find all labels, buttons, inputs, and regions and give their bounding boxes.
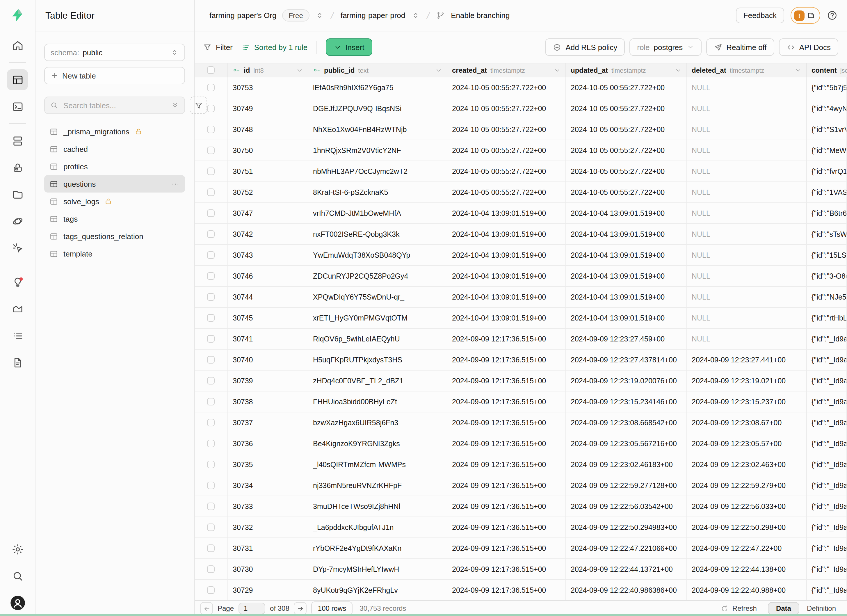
- row-select-cell[interactable]: [194, 287, 228, 307]
- cell-deleted_at[interactable]: NULL: [687, 329, 807, 349]
- search-button[interactable]: [7, 565, 28, 587]
- cell-content[interactable]: {"id":"fvrQ1bXoJ6XaAD08G: [807, 161, 847, 181]
- row-checkbox[interactable]: [207, 356, 215, 364]
- sidebar-table-tags[interactable]: tags: [44, 210, 185, 227]
- cell-deleted_at[interactable]: 2024-09-09 12:22:44.138+00: [687, 559, 807, 579]
- cell-created_at[interactable]: 2024-09-09 12:17:36.515+00: [447, 413, 566, 433]
- row-select-cell[interactable]: [194, 77, 228, 98]
- cell-id[interactable]: 30734: [228, 475, 308, 495]
- row-select-cell[interactable]: [194, 392, 228, 412]
- cell-created_at[interactable]: 2024-09-09 12:17:36.515+00: [447, 496, 566, 517]
- cell-id[interactable]: 30747: [228, 203, 308, 223]
- cell-id[interactable]: 30735: [228, 454, 308, 475]
- row-select-cell[interactable]: [194, 517, 228, 538]
- cell-created_at[interactable]: 2024-09-09 12:17:36.515+00: [447, 538, 566, 559]
- cell-public_id[interactable]: 8KraI-tSI-6-pSZcknaK5: [308, 182, 447, 202]
- cell-updated_at[interactable]: 2024-10-05 00:55:27.722+00: [566, 119, 687, 140]
- cell-content[interactable]: {"id":"3-O8cn_xPgs0cVxqKE: [807, 266, 847, 286]
- cell-updated_at[interactable]: 2024-10-04 13:09:01.519+00: [566, 224, 687, 244]
- cell-public_id[interactable]: H5uqFKpRUTPkjxdysT3HS: [308, 349, 447, 370]
- cell-content[interactable]: {"id":"_Id9aLyJpMHQLaiQC: [807, 517, 847, 538]
- chevron-down-icon[interactable]: [296, 66, 303, 74]
- cell-content[interactable]: {"id":"1VASb3phnXXkQPCpv: [807, 182, 847, 202]
- cell-content[interactable]: {"id":"sTsWaLCPsVA2WuK2: [807, 224, 847, 244]
- cell-id[interactable]: 30752: [228, 182, 308, 202]
- cell-updated_at[interactable]: 2024-09-09 12:23:15.234146+00: [566, 392, 687, 412]
- cell-id[interactable]: 30741: [228, 329, 308, 349]
- cell-created_at[interactable]: 2024-10-04 13:09:01.519+00: [447, 266, 566, 286]
- cell-created_at[interactable]: 2024-10-05 00:55:27.722+00: [447, 140, 566, 161]
- cell-id[interactable]: 30750: [228, 140, 308, 161]
- cell-public_id[interactable]: NhXEo1Xw04FnB4RzWTNjb: [308, 119, 447, 140]
- sidebar-item-authentication[interactable]: [7, 157, 28, 178]
- cell-content[interactable]: {"id":"B6tr6eEFLrOVgeUmH: [807, 203, 847, 223]
- cell-id[interactable]: 30742: [228, 224, 308, 244]
- cell-content[interactable]: {"id":"_Id9aLyJpMHQLaiQC: [807, 433, 847, 454]
- sidebar-table-_prisma_migrations[interactable]: _prisma_migrations: [44, 123, 185, 140]
- chevron-updown-icon[interactable]: [315, 11, 324, 20]
- cell-id[interactable]: 30743: [228, 245, 308, 265]
- row-checkbox[interactable]: [207, 105, 215, 112]
- cell-content[interactable]: {"id":"4wyNgK55lOfrpmYZc: [807, 98, 847, 119]
- cell-public_id[interactable]: zHDq4c0F0VBF_TL2_dBZ1: [308, 370, 447, 391]
- row-checkbox[interactable]: [207, 565, 215, 573]
- select-all-cell[interactable]: [194, 63, 228, 77]
- row-checkbox[interactable]: [207, 314, 215, 322]
- column-header-id[interactable]: idint8: [228, 63, 308, 77]
- cell-id[interactable]: 30749: [228, 98, 308, 119]
- cell-public_id[interactable]: xrETI_HyGY0mPMGVqtOTM: [308, 308, 447, 328]
- cell-public_id[interactable]: nj336mN5reuRVNZrKHFpF: [308, 475, 447, 495]
- row-checkbox[interactable]: [207, 126, 215, 133]
- cell-updated_at[interactable]: 2024-09-09 12:23:05.567216+00: [566, 433, 687, 454]
- cell-updated_at[interactable]: 2024-10-05 00:55:27.722+00: [566, 77, 687, 98]
- row-select-cell[interactable]: [194, 329, 228, 349]
- row-select-cell[interactable]: [194, 203, 228, 223]
- cell-public_id[interactable]: _l40sQIRTmMZfcm-MWMPs: [308, 454, 447, 475]
- row-checkbox[interactable]: [207, 230, 215, 238]
- cell-deleted_at[interactable]: 2024-09-09 12:23:02.463+00: [687, 454, 807, 475]
- role-select[interactable]: role postgres: [629, 38, 701, 56]
- more-options-icon[interactable]: [171, 180, 180, 188]
- cell-deleted_at[interactable]: 2024-09-09 12:22:50.298+00: [687, 517, 807, 538]
- enable-branching-button[interactable]: Enable branching: [451, 11, 510, 20]
- cell-deleted_at[interactable]: NULL: [687, 203, 807, 223]
- row-select-cell[interactable]: [194, 538, 228, 559]
- feedback-button[interactable]: Feedback: [736, 7, 784, 23]
- cell-content[interactable]: {"id":"S1vrVC5BrB59wqcM4: [807, 119, 847, 140]
- cell-public_id[interactable]: ZDCunRYJP2CQ5Z8Po2Gy4: [308, 266, 447, 286]
- cell-deleted_at[interactable]: 2024-09-09 12:23:05.57+00: [687, 433, 807, 454]
- cell-public_id[interactable]: bzwXazHgax6UIR58j6Fn3: [308, 413, 447, 433]
- column-header-public_id[interactable]: public_idtext: [308, 63, 447, 77]
- cell-updated_at[interactable]: 2024-09-09 12:22:47.221066+00: [566, 538, 687, 559]
- row-checkbox[interactable]: [207, 251, 215, 259]
- cell-created_at[interactable]: 2024-09-09 12:17:36.515+00: [447, 370, 566, 391]
- cell-content[interactable]: {"id":"_Id9aLyJpMHQLaiQC: [807, 580, 847, 600]
- row-checkbox[interactable]: [207, 293, 215, 301]
- cell-created_at[interactable]: 2024-10-05 00:55:27.722+00: [447, 182, 566, 202]
- row-select-cell[interactable]: [194, 119, 228, 140]
- search-tables-box[interactable]: [44, 97, 185, 114]
- cell-updated_at[interactable]: 2024-09-09 12:22:44.13721+00: [566, 559, 687, 579]
- row-select-cell[interactable]: [194, 266, 228, 286]
- row-checkbox[interactable]: [207, 147, 215, 154]
- schema-select[interactable]: schema: public: [44, 44, 185, 61]
- cell-deleted_at[interactable]: NULL: [687, 266, 807, 286]
- project-name[interactable]: farming-paper-prod: [341, 11, 406, 20]
- sidebar-table-profiles[interactable]: profiles: [44, 158, 185, 175]
- cell-deleted_at[interactable]: NULL: [687, 98, 807, 119]
- cell-updated_at[interactable]: 2024-09-09 12:22:50.294983+00: [566, 517, 687, 538]
- cell-deleted_at[interactable]: NULL: [687, 287, 807, 307]
- cell-updated_at[interactable]: 2024-10-04 13:09:01.519+00: [566, 266, 687, 286]
- chevron-down-icon[interactable]: [675, 66, 682, 74]
- cell-public_id[interactable]: DGEJfJZPQUV9Q-IBqsNSi: [308, 98, 447, 119]
- row-select-cell[interactable]: [194, 161, 228, 181]
- row-checkbox[interactable]: [207, 440, 215, 447]
- cell-public_id[interactable]: FHHUioa3bidd00BHyLeZt: [308, 392, 447, 412]
- filter-button[interactable]: Filter: [203, 43, 233, 52]
- cell-content[interactable]: {"id":"_Id9aLyJpMHQLaiQC: [807, 559, 847, 579]
- cell-created_at[interactable]: 2024-10-04 13:09:01.519+00: [447, 287, 566, 307]
- rows-per-page-select[interactable]: 100 rows: [311, 601, 353, 615]
- cell-content[interactable]: {"id":"NJe5s8ZmBwnoB6e3: [807, 287, 847, 307]
- row-checkbox[interactable]: [207, 272, 215, 280]
- chevrons-down-icon[interactable]: [171, 101, 179, 109]
